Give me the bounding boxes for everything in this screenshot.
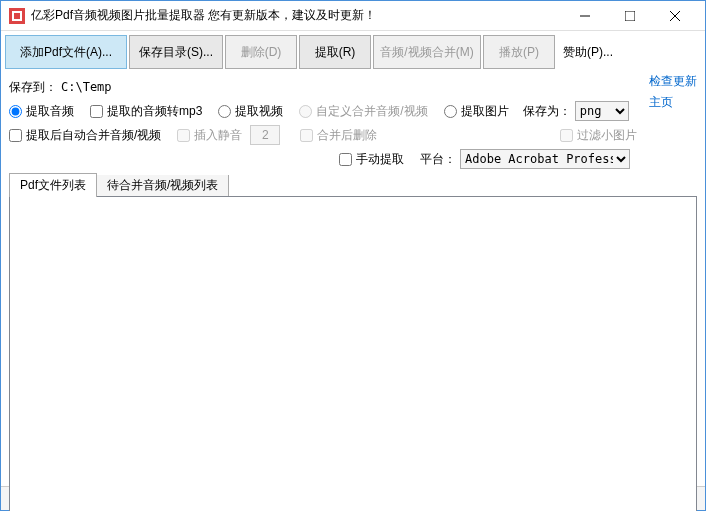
auto-merge-checkbox[interactable]: 提取后自动合并音频/视频 (9, 127, 161, 144)
save-to-label: 保存到： (9, 79, 57, 96)
tab-pdf-list[interactable]: Pdf文件列表 (9, 173, 97, 197)
sponsor-button[interactable]: 赞助(P)... (557, 35, 619, 69)
extract-options-row: 提取音频 提取的音频转mp3 提取视频 自定义合并音频/视频 提取图片 保存为：… (9, 99, 697, 123)
main-window: 亿彩Pdf音频视频图片批量提取器 您有更新版本，建议及时更新！ 添加Pdf文件(… (0, 0, 706, 511)
extract-audio-radio[interactable]: 提取音频 (9, 103, 74, 120)
merge-options-row: 提取后自动合并音频/视频 插入静音 2 合并后删除 过滤小图片 (9, 123, 697, 147)
file-list[interactable] (9, 196, 697, 511)
platform-label: 平台： (420, 151, 456, 168)
extract-video-radio[interactable]: 提取视频 (218, 103, 283, 120)
tab-merge-list[interactable]: 待合并音频/视频列表 (96, 173, 229, 197)
filter-small-img-checkbox: 过滤小图片 (560, 127, 637, 144)
platform-row: 手动提取 平台： Adobe Acrobat Profession (9, 147, 697, 171)
titlebar: 亿彩Pdf音频视频图片批量提取器 您有更新版本，建议及时更新！ (1, 1, 705, 31)
delete-after-merge-checkbox: 合并后删除 (300, 127, 377, 144)
save-to-row: 保存到： C:\Temp (9, 75, 697, 99)
audio-to-mp3-checkbox[interactable]: 提取的音频转mp3 (90, 103, 202, 120)
options-area: 检查更新 主页 保存到： C:\Temp 提取音频 提取的音频转mp3 提取视频… (1, 73, 705, 175)
window-title: 亿彩Pdf音频视频图片批量提取器 您有更新版本，建议及时更新！ (31, 7, 562, 24)
merge-button[interactable]: 音频/视频合并(M) (373, 35, 481, 69)
save-to-path: C:\Temp (61, 80, 112, 94)
tabs: Pdf文件列表 待合并音频/视频列表 (1, 175, 705, 197)
add-pdf-button[interactable]: 添加Pdf文件(A)... (5, 35, 127, 69)
check-update-link[interactable]: 检查更新 (649, 73, 697, 90)
window-controls (562, 2, 697, 30)
silence-spinner[interactable]: 2 (250, 125, 280, 145)
save-as-label: 保存为： (523, 103, 571, 120)
svg-rect-2 (14, 13, 20, 19)
minimize-button[interactable] (562, 2, 607, 30)
toolbar: 添加Pdf文件(A)... 保存目录(S)... 删除(D) 提取(R) 音频/… (1, 31, 705, 73)
maximize-button[interactable] (607, 2, 652, 30)
insert-silence-checkbox: 插入静音 (177, 127, 242, 144)
manual-extract-checkbox[interactable]: 手动提取 (339, 151, 404, 168)
extract-button[interactable]: 提取(R) (299, 35, 371, 69)
svg-rect-4 (625, 11, 635, 21)
homepage-link[interactable]: 主页 (649, 94, 697, 111)
custom-merge-radio[interactable]: 自定义合并音频/视频 (299, 103, 427, 120)
app-icon (9, 8, 25, 24)
platform-select[interactable]: Adobe Acrobat Profession (460, 149, 630, 169)
side-links: 检查更新 主页 (649, 73, 697, 111)
close-button[interactable] (652, 2, 697, 30)
play-button[interactable]: 播放(P) (483, 35, 555, 69)
save-as-select[interactable]: png (575, 101, 629, 121)
extract-image-radio[interactable]: 提取图片 (444, 103, 509, 120)
save-dir-button[interactable]: 保存目录(S)... (129, 35, 223, 69)
delete-button[interactable]: 删除(D) (225, 35, 297, 69)
